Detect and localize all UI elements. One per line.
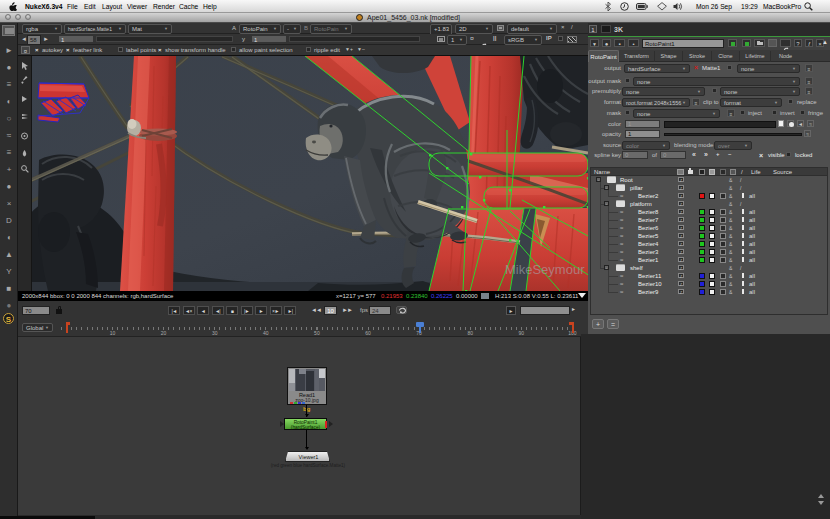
svg-text:MikeSeymour: MikeSeymour — [505, 262, 585, 277]
